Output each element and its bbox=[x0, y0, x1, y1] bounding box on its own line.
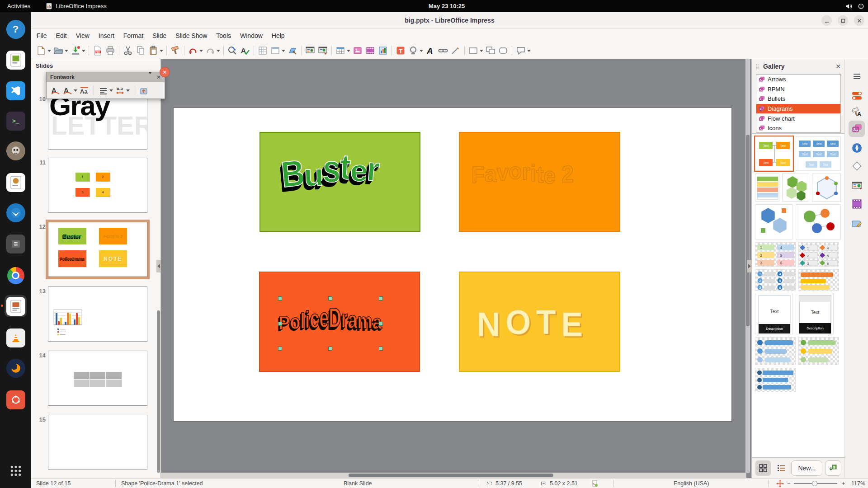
shape-favorite[interactable]: Favorite 2 bbox=[459, 132, 620, 232]
sidebar-tab-gallery[interactable] bbox=[849, 121, 865, 137]
dock-item-libreoffice-calc[interactable] bbox=[5, 49, 27, 71]
sidebar-tab-shapes[interactable] bbox=[849, 158, 865, 174]
gallery-theme-diagrams[interactable]: Diagrams bbox=[756, 104, 840, 114]
gallery-grip-icon[interactable]: ⣿ bbox=[755, 64, 760, 70]
insert-table-dropdown-icon[interactable] bbox=[347, 50, 350, 52]
diagram-bars-blue-dots[interactable] bbox=[755, 368, 796, 392]
show-draw-functions-button[interactable] bbox=[286, 44, 299, 57]
copy-button[interactable] bbox=[134, 44, 147, 57]
slides-panel-collapse-handle[interactable] bbox=[156, 260, 160, 272]
cursor-position-status[interactable]: 5.37 / 9.55 bbox=[486, 479, 522, 488]
sidebar-tab-slide-transition[interactable] bbox=[849, 177, 865, 193]
menu-edit[interactable]: Edit bbox=[52, 30, 71, 42]
selection-handle[interactable] bbox=[379, 296, 383, 300]
zoom-level[interactable]: 117% bbox=[851, 479, 865, 488]
fontwork-same-letter-heights-button[interactable]: Aa bbox=[78, 84, 90, 97]
menu-slide-show[interactable]: Slide Show bbox=[171, 30, 212, 42]
dock-item-chrome[interactable] bbox=[5, 264, 27, 286]
diagram-boxes-2x2[interactable]: TextTextTextText bbox=[755, 136, 793, 171]
new-document-dropdown-icon[interactable] bbox=[47, 50, 51, 52]
clock[interactable]: May 23 10:25 bbox=[429, 0, 465, 12]
maximize-button[interactable] bbox=[838, 15, 848, 26]
slide-thumbnail-11[interactable]: 1234 bbox=[48, 158, 147, 213]
spelling-button[interactable]: A bbox=[239, 44, 251, 57]
slide-thumbnail-13[interactable] bbox=[48, 286, 147, 342]
menu-slide[interactable]: Slide bbox=[148, 30, 171, 42]
signature-status-icon[interactable] bbox=[592, 479, 598, 488]
volume-icon[interactable] bbox=[845, 3, 852, 10]
display-views-dropdown-icon[interactable] bbox=[282, 50, 285, 52]
sidebar-tab-master-slides[interactable] bbox=[849, 216, 865, 232]
gallery-theme-bullets[interactable]: Bullets bbox=[756, 94, 840, 104]
slide-canvas[interactable]: BusterFavorite 2PoliceDramaNOTE bbox=[173, 108, 732, 422]
zoom-in-button[interactable]: + bbox=[842, 479, 845, 488]
display-grid-button[interactable] bbox=[256, 44, 269, 57]
insert-line-button[interactable] bbox=[449, 44, 462, 57]
power-icon[interactable] bbox=[858, 3, 864, 9]
diagram-hexagons-blue[interactable] bbox=[755, 204, 793, 239]
sidebar-tab-styles[interactable]: A bbox=[849, 104, 865, 121]
diagram-hexagons-green[interactable] bbox=[782, 174, 809, 202]
dock-item-ubuntu-software[interactable] bbox=[5, 389, 27, 411]
open-file-button[interactable] bbox=[52, 44, 69, 57]
diagram-numbered-diamonds[interactable]: 142536 bbox=[798, 242, 839, 267]
dock-item-vlc[interactable] bbox=[5, 327, 27, 349]
diagram-numbered-pastel[interactable]: 142536 bbox=[755, 242, 796, 267]
gallery-theme-arrows[interactable]: Arrows bbox=[756, 75, 840, 84]
fontwork-shape-gallery-button[interactable]: A bbox=[61, 84, 78, 97]
sidebar-tab-properties[interactable] bbox=[849, 87, 865, 103]
callout-shapes-dropdown-icon[interactable] bbox=[527, 50, 531, 52]
slides-panel-scrollbar[interactable] bbox=[157, 310, 160, 473]
gallery-close-icon[interactable]: ✕ bbox=[835, 63, 841, 70]
insert-image-button[interactable] bbox=[351, 44, 364, 57]
fontwork-character-spacing-button[interactable]: B-D bbox=[114, 84, 131, 97]
menu-help[interactable]: Help bbox=[267, 30, 289, 42]
special-character-dropdown-icon[interactable] bbox=[420, 50, 423, 52]
gallery-new-theme-button[interactable]: New... bbox=[791, 460, 822, 476]
fontwork-close-button[interactable]: ✕ bbox=[160, 67, 170, 77]
shape-buster[interactable]: Buster bbox=[259, 132, 420, 232]
shape-police-drama[interactable]: PoliceDrama bbox=[259, 272, 420, 372]
diagram-boxes-blue[interactable]: TextTextTextTextTextTextTextText bbox=[796, 136, 841, 171]
fontwork-toolbar-titlebar[interactable]: Fontwork ✕ bbox=[47, 72, 165, 82]
rounded-rectangle-button[interactable] bbox=[497, 44, 509, 57]
app-menu[interactable]: LibreOffice Impress bbox=[46, 3, 106, 9]
gallery-theme-bpmn[interactable]: BPMN bbox=[756, 84, 840, 94]
minimize-button[interactable] bbox=[821, 15, 832, 26]
display-views-button[interactable] bbox=[269, 44, 286, 57]
diagram-card-description-2[interactable]: TextDescription bbox=[796, 294, 834, 334]
open-file-dropdown-icon[interactable] bbox=[65, 50, 68, 52]
object-size-status[interactable]: 5.02 x 2.51 bbox=[540, 479, 578, 488]
basic-shapes-dropdown-icon[interactable] bbox=[480, 50, 483, 52]
selection-handle[interactable] bbox=[328, 296, 332, 300]
gallery-list-view-button[interactable] bbox=[774, 460, 789, 476]
diagram-table-mini[interactable] bbox=[755, 174, 779, 202]
cut-button[interactable] bbox=[122, 44, 134, 57]
paste-dropdown-icon[interactable] bbox=[160, 50, 163, 52]
gallery-panel-collapse-handle[interactable] bbox=[747, 260, 751, 272]
slide-thumbnail-10[interactable]: LETTERGray bbox=[48, 94, 147, 150]
new-document-button[interactable] bbox=[35, 44, 52, 57]
save-button[interactable] bbox=[69, 44, 86, 57]
horizontal-scrollbar[interactable] bbox=[161, 473, 746, 478]
callout-shapes-button[interactable] bbox=[514, 44, 532, 57]
sidebar-tab-animation[interactable] bbox=[849, 196, 865, 212]
dock-item-files[interactable] bbox=[5, 233, 27, 255]
symbol-shapes-button[interactable] bbox=[484, 44, 497, 57]
dock-item-libreoffice-draw[interactable] bbox=[5, 171, 27, 193]
undo-button[interactable] bbox=[187, 44, 204, 57]
menu-format[interactable]: Format bbox=[119, 30, 148, 42]
paste-button[interactable] bbox=[147, 44, 164, 57]
dock-item-thunderbird[interactable] bbox=[5, 202, 27, 224]
redo-dropdown-icon[interactable] bbox=[217, 50, 220, 52]
dock-item-libreoffice-impress[interactable] bbox=[5, 295, 27, 317]
diagram-hexagon-outline[interactable] bbox=[812, 174, 841, 202]
diagram-card-description[interactable]: TextDescription bbox=[755, 294, 793, 334]
export-pdf-button[interactable]: PDF bbox=[91, 44, 104, 57]
selection-handle[interactable] bbox=[379, 322, 383, 326]
selection-status[interactable]: Shape 'Police-Drama 1' selected bbox=[121, 479, 203, 488]
diagram-numbered-list[interactable]: 142536 bbox=[755, 269, 796, 291]
slide-thumbnail-14[interactable] bbox=[48, 351, 147, 406]
start-from-current-slide-button[interactable] bbox=[316, 44, 329, 57]
save-dropdown-icon[interactable] bbox=[82, 50, 85, 52]
